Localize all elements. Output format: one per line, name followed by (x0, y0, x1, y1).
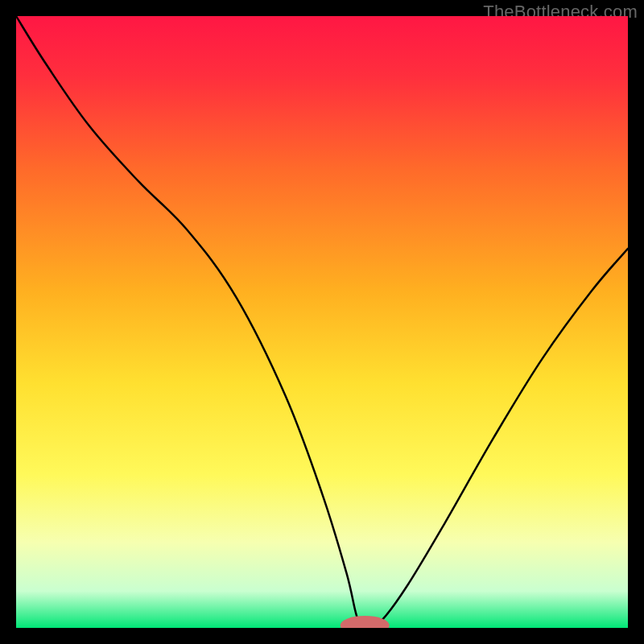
chart-frame: TheBottleneck.com (0, 0, 644, 644)
chart-svg (16, 16, 628, 628)
plot-area (16, 16, 628, 628)
gradient-background (16, 16, 628, 628)
